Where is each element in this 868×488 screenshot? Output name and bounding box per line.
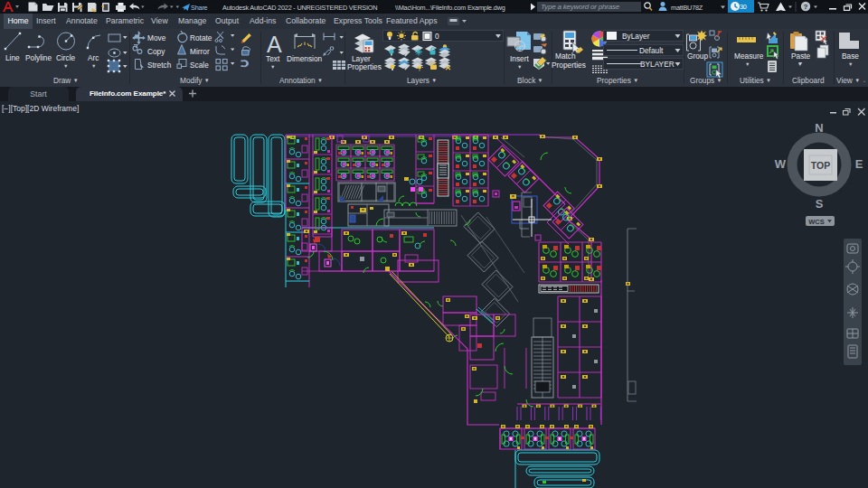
- svg-text:?: ?: [804, 3, 808, 11]
- svg-text:N: N: [815, 121, 823, 135]
- svg-text:A: A: [267, 32, 282, 57]
- svg-text:E: E: [855, 157, 863, 171]
- svg-text:WCS: WCS: [808, 218, 825, 226]
- svg-text:S: S: [816, 197, 824, 211]
- svg-text:W: W: [775, 157, 787, 171]
- svg-text:TOP: TOP: [811, 160, 830, 171]
